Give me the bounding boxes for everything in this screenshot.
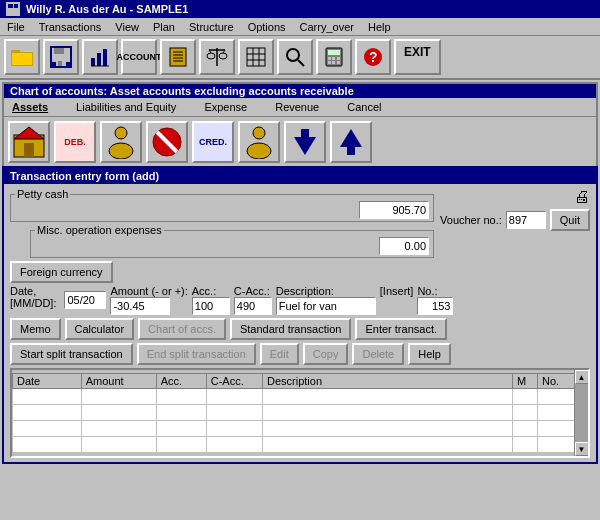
svg-rect-26 [247, 48, 265, 66]
svg-rect-15 [170, 48, 186, 66]
chart-bar-title: Chart of accounts: Asset accounts exclud… [4, 84, 596, 98]
table-row[interactable] [13, 389, 588, 405]
scroll-up[interactable]: ▲ [575, 370, 589, 384]
col-desc: Description [263, 374, 513, 389]
chart-button[interactable] [82, 39, 118, 75]
debit-icon-btn[interactable]: DEB. [54, 121, 96, 163]
tab-revenue[interactable]: Revenue [271, 100, 323, 114]
menu-help[interactable]: Help [365, 20, 394, 34]
date-input[interactable]: 05/20 [64, 291, 106, 309]
svg-rect-11 [91, 58, 95, 66]
chart-of-accs-button[interactable]: Chart of accs. [138, 318, 226, 340]
foreign-currency-button[interactable]: Foreign currency [10, 261, 113, 283]
misc-value[interactable]: 0.00 [379, 237, 429, 255]
printer-icon[interactable]: 🖨 [574, 188, 590, 206]
svg-rect-40 [337, 61, 340, 64]
debit-label: DEB. [64, 137, 86, 147]
title-text: Willy R. Aus der Au - SAMPLE1 [26, 3, 188, 15]
end-split-button[interactable]: End split transaction [137, 343, 256, 365]
petty-cash-legend: Petty cash [15, 188, 70, 200]
tab-liabilities[interactable]: Liabilities and Equity [72, 100, 180, 114]
acc-input[interactable]: 100 [192, 297, 230, 315]
help-button[interactable]: ? [355, 39, 391, 75]
svg-rect-38 [328, 61, 331, 64]
toolbar: ACCOUNT ? EXIT [0, 36, 600, 80]
balance-button[interactable] [199, 39, 235, 75]
col-m: M [513, 374, 538, 389]
svg-rect-8 [54, 48, 64, 54]
chart-tabs: Assets Liabilities and Equity Expense Re… [4, 98, 596, 116]
form-title: Transaction entry form (add) [4, 168, 596, 184]
up-arrow-icon-btn[interactable] [330, 121, 372, 163]
table-row[interactable] [13, 437, 588, 453]
svg-point-31 [287, 49, 299, 61]
tab-cancel[interactable]: Cancel [343, 100, 385, 114]
svg-marker-52 [294, 137, 316, 155]
start-split-button[interactable]: Start split transaction [10, 343, 133, 365]
assets-icon-btn[interactable] [8, 121, 50, 163]
svg-marker-54 [340, 129, 362, 147]
transaction-table-container: Date Amount Acc. C-Acc. Description M No… [10, 368, 590, 458]
svg-rect-53 [301, 129, 309, 139]
menu-plan[interactable]: Plan [150, 20, 178, 34]
svg-rect-34 [328, 50, 340, 55]
petty-cash-value[interactable]: 905.70 [359, 201, 429, 219]
misc-legend: Misc. operation expenses [35, 224, 164, 236]
menu-structure[interactable]: Structure [186, 20, 237, 34]
svg-rect-1 [8, 4, 13, 8]
save-button[interactable] [43, 39, 79, 75]
transaction-table: Date Amount Acc. C-Acc. Description M No… [12, 373, 588, 453]
scroll-down[interactable]: ▼ [575, 442, 589, 456]
tab-expense[interactable]: Expense [200, 100, 251, 114]
credit-label: CRED. [199, 137, 227, 147]
menu-options[interactable]: Options [245, 20, 289, 34]
calculator-button[interactable] [316, 39, 352, 75]
enter-trans-button[interactable]: Enter transact. [355, 318, 447, 340]
grid-button[interactable] [238, 39, 274, 75]
col-amount: Amount [81, 374, 156, 389]
account-button[interactable]: ACCOUNT [121, 39, 157, 75]
insert-label: [Insert] [380, 285, 414, 297]
table-row[interactable] [13, 405, 588, 421]
svg-rect-39 [332, 61, 335, 64]
delete-button[interactable]: Delete [352, 343, 404, 365]
menu-view[interactable]: View [112, 20, 142, 34]
stop-icon-btn[interactable] [146, 121, 188, 163]
down-arrow-icon-btn[interactable] [284, 121, 326, 163]
edit-button[interactable]: Edit [260, 343, 299, 365]
calculator-button2[interactable]: Calculator [65, 318, 135, 340]
scrollbar[interactable]: ▲ ▼ [574, 370, 588, 456]
no-input[interactable]: 153 [417, 297, 453, 315]
search-button[interactable] [277, 39, 313, 75]
svg-point-46 [115, 127, 127, 139]
col-date: Date [13, 374, 82, 389]
table-row[interactable] [13, 421, 588, 437]
desc-input[interactable]: Fuel for van [276, 297, 376, 315]
exit-button[interactable]: EXIT [394, 39, 441, 75]
col-acc: Acc. [156, 374, 206, 389]
quit-button[interactable]: Quit [550, 209, 590, 231]
voucher-input[interactable]: 897 [506, 211, 546, 229]
desc-label: Description: [276, 285, 376, 297]
amount-input[interactable]: -30.45 [110, 297, 170, 315]
person-icon-btn[interactable] [100, 121, 142, 163]
menu-file[interactable]: File [4, 20, 28, 34]
svg-rect-36 [332, 57, 335, 60]
menu-transactions[interactable]: Transactions [36, 20, 105, 34]
svg-rect-12 [97, 53, 101, 66]
help-btn[interactable]: Help [408, 343, 451, 365]
voucher-label: Voucher no.: [440, 214, 502, 226]
tab-assets[interactable]: Assets [8, 100, 52, 114]
date-label: Date, [MM/DD]: [10, 285, 56, 309]
svg-point-51 [247, 143, 271, 159]
copy-button[interactable]: Copy [303, 343, 349, 365]
folder-button[interactable] [4, 39, 40, 75]
person2-icon-btn[interactable] [238, 121, 280, 163]
cacc-input[interactable]: 490 [234, 297, 272, 315]
memo-button[interactable]: Memo [10, 318, 61, 340]
svg-line-32 [298, 60, 304, 66]
journal-button[interactable] [160, 39, 196, 75]
menu-carryover[interactable]: Carry_over [297, 20, 357, 34]
standard-trans-button[interactable]: Standard transaction [230, 318, 352, 340]
credit-icon-btn[interactable]: CRED. [192, 121, 234, 163]
